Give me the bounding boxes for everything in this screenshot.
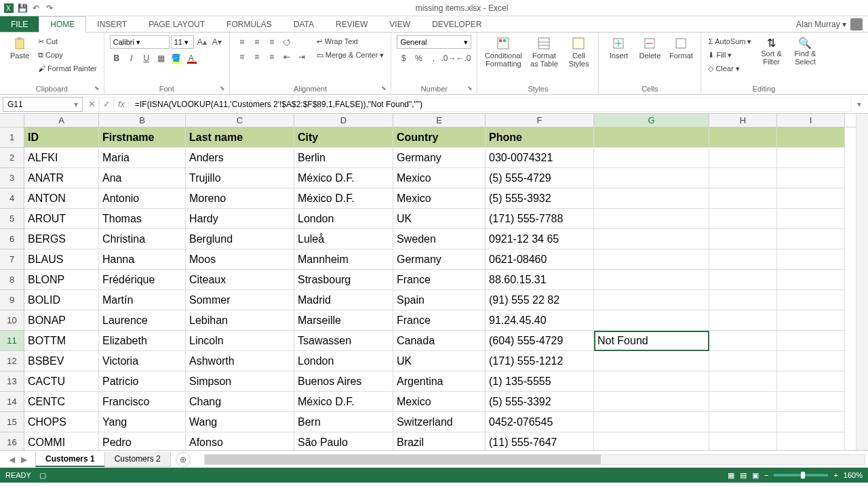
cell[interactable]: BLAUS (24, 249, 99, 270)
tab-insert[interactable]: INSERT (86, 16, 138, 32)
cell[interactable] (709, 270, 777, 290)
cell[interactable] (594, 168, 709, 188)
column-header-H[interactable]: H (709, 114, 777, 127)
cell[interactable]: CACTU (24, 371, 99, 392)
cell[interactable] (777, 351, 845, 371)
tab-data[interactable]: DATA (283, 16, 325, 32)
cell[interactable]: (5) 555-3392 (486, 392, 594, 412)
cell[interactable]: Switzerland (393, 412, 486, 432)
cell[interactable]: Laurence (99, 310, 186, 331)
cell[interactable]: Bern (294, 412, 393, 432)
cell[interactable]: Pedro (99, 432, 186, 450)
cell[interactable]: (171) 555-7788 (486, 209, 594, 229)
prev-sheet-icon[interactable]: ◀ (5, 453, 18, 466)
cell[interactable]: Martín (99, 290, 186, 310)
cell[interactable]: Citeaux (186, 270, 294, 290)
comma-format-icon[interactable]: , (427, 52, 440, 65)
cell[interactable]: City (294, 127, 393, 148)
align-left-icon[interactable]: ≡ (235, 50, 249, 64)
cell[interactable]: London (294, 351, 393, 371)
cell[interactable] (594, 371, 709, 392)
cell[interactable]: Patricio (99, 371, 186, 392)
zoom-level[interactable]: 160% (844, 471, 863, 479)
cell-styles-button[interactable]: Cell Styles (564, 35, 593, 69)
font-color-button[interactable]: A (184, 52, 198, 65)
vertical-scrollbar[interactable] (856, 114, 868, 450)
cell[interactable] (709, 392, 777, 412)
cell[interactable]: Tsawassen (294, 331, 393, 351)
tab-home[interactable]: HOME (39, 16, 86, 33)
cell[interactable] (777, 168, 845, 188)
cell[interactable] (709, 310, 777, 331)
next-sheet-icon[interactable]: ▶ (18, 453, 30, 466)
cell[interactable]: São Paulo (294, 432, 393, 450)
cell[interactable]: Last name (186, 127, 294, 148)
cell[interactable]: France (393, 270, 486, 290)
cell[interactable] (777, 432, 845, 450)
view-normal-icon[interactable]: ▦ (728, 471, 734, 480)
cell[interactable]: COMMI (24, 432, 99, 450)
font-size-combo[interactable]: 11 ▾ (171, 35, 194, 49)
cell[interactable]: Ashworth (186, 351, 294, 371)
cell[interactable]: CENTC (24, 392, 99, 412)
cell[interactable]: (604) 555-4729 (486, 331, 594, 351)
cell[interactable]: Simpson (186, 371, 294, 392)
cell[interactable] (709, 351, 777, 371)
cell[interactable]: Ana (99, 168, 186, 188)
align-bottom-icon[interactable]: ≡ (265, 35, 279, 49)
row-header[interactable]: 7 (0, 249, 24, 270)
cell[interactable]: BERGS (24, 229, 99, 249)
cell[interactable] (594, 412, 709, 432)
tab-developer[interactable]: DEVELOPER (421, 16, 492, 32)
cell[interactable]: Strasbourg (294, 270, 393, 290)
cell[interactable]: BLONP (24, 270, 99, 290)
row-header[interactable]: 1 (0, 127, 24, 148)
column-header-I[interactable]: I (777, 114, 845, 127)
tab-page-layout[interactable]: PAGE LAYOUT (138, 16, 216, 32)
cell[interactable] (777, 310, 845, 331)
cell[interactable]: ID (24, 127, 99, 148)
save-icon[interactable]: 💾 (16, 2, 28, 14)
find-select-button[interactable]: 🔍Find & Select (789, 35, 821, 67)
align-center-icon[interactable]: ≡ (250, 50, 264, 64)
cell[interactable] (709, 188, 777, 209)
cell[interactable]: ANTON (24, 188, 99, 209)
cell[interactable]: Buenos Aires (294, 371, 393, 392)
cell[interactable] (777, 127, 845, 148)
cell[interactable]: UK (393, 209, 486, 229)
cell[interactable]: Anders (186, 148, 294, 168)
cell[interactable]: Francisco (99, 392, 186, 412)
autosum-button[interactable]: Σ AutoSum ▾ (707, 35, 753, 47)
insert-function-icon[interactable]: fx (114, 97, 129, 112)
number-format-combo[interactable]: General▾ (397, 35, 471, 49)
cell[interactable] (709, 127, 777, 148)
cell[interactable] (777, 249, 845, 270)
align-middle-icon[interactable]: ≡ (250, 35, 264, 49)
undo-icon[interactable]: ↶ (30, 2, 42, 14)
cell[interactable]: BOLID (24, 290, 99, 310)
cell[interactable]: México D.F. (294, 188, 393, 209)
cell[interactable]: BOTTM (24, 331, 99, 351)
increase-indent-icon[interactable]: ⇥ (295, 50, 309, 64)
cell[interactable]: Chang (186, 392, 294, 412)
format-as-table-button[interactable]: Format as Table (526, 35, 561, 69)
italic-button[interactable]: I (125, 52, 138, 65)
cell[interactable]: 91.24.45.40 (486, 310, 594, 331)
cell[interactable]: México D.F. (294, 168, 393, 188)
merge-center-button[interactable]: ▭ Merge & Center ▾ (315, 49, 386, 61)
cell[interactable]: 0621-08460 (486, 249, 594, 270)
cell[interactable]: Afonso (186, 432, 294, 450)
cell[interactable]: AROUT (24, 209, 99, 229)
cancel-formula-icon[interactable]: ✕ (84, 97, 99, 112)
sheet-tab[interactable]: Customers 1 (35, 452, 105, 467)
cell[interactable] (594, 351, 709, 371)
cell[interactable] (709, 209, 777, 229)
horizontal-scrollbar[interactable] (204, 454, 865, 465)
accounting-format-icon[interactable]: $ (397, 52, 410, 65)
bold-button[interactable]: B (110, 52, 123, 65)
tab-review[interactable]: REVIEW (325, 16, 378, 32)
cell[interactable] (709, 371, 777, 392)
cell[interactable]: Berglund (186, 229, 294, 249)
zoom-out-icon[interactable]: − (764, 471, 768, 479)
cell[interactable] (594, 270, 709, 290)
